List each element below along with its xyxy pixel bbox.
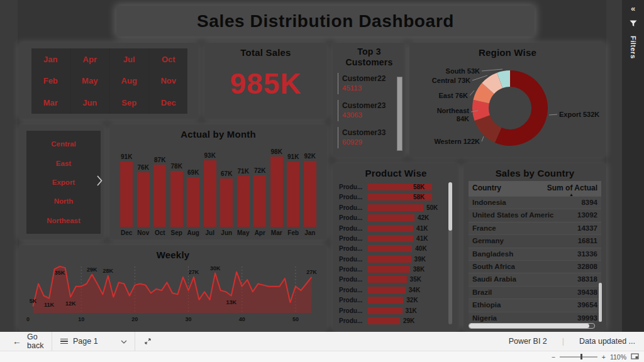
filters-pane-label[interactable]: Filters [630, 36, 637, 59]
bar[interactable] [187, 177, 199, 227]
scrollbar-thumb[interactable] [448, 182, 452, 231]
bar[interactable] [253, 175, 266, 227]
country-cell: Bangladesh [472, 248, 553, 260]
country-cell: Saudi Arabia [472, 273, 553, 285]
customer-value: 60929 [342, 138, 396, 146]
bar[interactable] [220, 178, 233, 227]
bar[interactable] [368, 287, 406, 293]
bar[interactable] [304, 161, 316, 227]
bar[interactable] [237, 176, 250, 227]
month-slicer-item[interactable]: Dec [150, 92, 188, 114]
column-header-sum-of-actual[interactable]: Sum of Actual [540, 184, 597, 192]
chevron-right-icon[interactable] [96, 175, 103, 189]
table-row[interactable]: Nigeria39993 [469, 312, 601, 322]
bar[interactable] [204, 160, 216, 227]
country-cell: South Africa [472, 261, 553, 273]
month-slicer-item[interactable]: Apr [71, 48, 109, 70]
bar-column: 91KDec [118, 141, 135, 236]
zoom-slider[interactable] [560, 356, 597, 358]
month-slicer-item[interactable]: Aug [110, 70, 148, 92]
expand-pane-icon[interactable]: « [631, 4, 635, 13]
table-row[interactable]: South Africa32808 [469, 260, 601, 273]
sales-by-country-card: Sales by Country Country Sum of Actual ▲… [464, 163, 606, 331]
month-slicer-item[interactable]: May [71, 70, 109, 92]
filter-funnel-icon[interactable] [630, 18, 637, 30]
bar[interactable] [368, 297, 403, 304]
customer-list-item[interactable]: Customer3360929 [338, 127, 396, 148]
data-updated-label[interactable]: Data updated ... [579, 337, 635, 346]
sort-asc-icon[interactable]: ▲ [569, 192, 574, 197]
region-slicer-item[interactable]: North [54, 197, 74, 205]
bar[interactable] [270, 156, 283, 227]
bar[interactable] [368, 204, 423, 211]
product-wise-scrollbar[interactable] [448, 182, 452, 324]
fit-to-screen-icon[interactable] [135, 337, 160, 345]
table-row[interactable]: Bangladesh31336 [469, 248, 601, 260]
bar[interactable] [368, 214, 414, 221]
weekly-point-label: 30K [210, 265, 221, 272]
product-bar-row: Produ...39K [339, 255, 443, 264]
zoom-in-button[interactable]: + [602, 353, 606, 361]
top-customers-scrollbar[interactable] [397, 77, 402, 151]
bar-column: 98KMar [269, 141, 286, 236]
bar[interactable] [170, 171, 183, 227]
footer-right: Power BI 2 | Data updated ... [509, 337, 644, 346]
month-slicer-item[interactable]: Nov [150, 70, 188, 92]
region-slicer-item[interactable]: East [56, 160, 71, 167]
x-axis-tick: 30 [186, 316, 192, 322]
table-vertical-scrollbar[interactable] [599, 283, 602, 322]
table-row[interactable]: United States of America13092 [469, 209, 601, 221]
bar-category-label: May [237, 229, 249, 236]
table-horizontal-scrollbar[interactable] [469, 323, 595, 329]
bar[interactable] [368, 256, 411, 263]
scrollbar-thumb[interactable] [397, 77, 402, 150]
go-back-button[interactable]: ← Go back [0, 332, 52, 350]
region-slicer-item[interactable]: Export [52, 178, 75, 186]
table-row[interactable]: France14337 [469, 222, 601, 234]
product-bar-row: Produ...34K [339, 285, 443, 295]
month-slicer-item[interactable]: Oct [150, 48, 188, 70]
bar[interactable] [368, 276, 407, 283]
value-cell: 13092 [553, 209, 597, 221]
weekly-point-label: 11K [44, 302, 55, 308]
table-row[interactable]: Brazil39438 [469, 286, 601, 299]
month-slicer-item[interactable]: Feb [31, 70, 70, 92]
bar-value-label: 93K [204, 152, 216, 159]
bar[interactable] [368, 245, 412, 252]
table-row[interactable]: Ethiopia39654 [469, 299, 601, 311]
product-wise-plot: Produ...58KProdu...58KProdu...50KProdu..… [339, 182, 443, 326]
bar-column: 71KMay [235, 141, 252, 236]
column-header-country[interactable]: Country [472, 184, 540, 192]
bar[interactable] [368, 266, 410, 273]
customer-list-item[interactable]: Customer2245113 [338, 73, 396, 94]
region-slicer-item[interactable]: Central [51, 140, 76, 148]
page-selector[interactable]: Page 1 [52, 337, 135, 346]
month-slicer-item[interactable]: Jul [110, 48, 148, 70]
scrollbar-thumb[interactable] [469, 324, 589, 328]
fit-to-page-icon[interactable] [631, 353, 639, 361]
zoom-slider-thumb[interactable] [580, 354, 582, 359]
bar-value-label: 41K [416, 235, 428, 242]
month-slicer-item[interactable]: Jan [31, 48, 70, 70]
bar[interactable] [137, 172, 150, 227]
country-cell: Indonesia [472, 197, 553, 209]
bar[interactable] [153, 165, 166, 227]
product-category-label: Produ... [339, 184, 368, 190]
donut-label-east: East 76K [439, 92, 469, 99]
bar[interactable] [368, 317, 400, 324]
month-slicer-item[interactable]: Sep [110, 92, 148, 114]
bar[interactable] [368, 225, 413, 232]
bar-value-label: 32K [406, 297, 418, 304]
customer-list-item[interactable]: Customer2343063 [338, 100, 396, 121]
bar[interactable] [368, 307, 402, 314]
bar[interactable] [368, 235, 413, 242]
zoom-out-button[interactable]: − [552, 353, 555, 361]
region-slicer-item[interactable]: Northeast [47, 217, 80, 224]
table-row[interactable]: Indonesia8394 [469, 196, 601, 209]
table-row[interactable]: Germany16811 [469, 234, 601, 247]
month-slicer-item[interactable]: Mar [31, 92, 70, 114]
month-slicer-item[interactable]: Jun [71, 92, 109, 114]
bar[interactable] [287, 162, 299, 227]
bar[interactable] [120, 162, 133, 227]
table-row[interactable]: Saudi Arabia38318 [469, 273, 601, 285]
